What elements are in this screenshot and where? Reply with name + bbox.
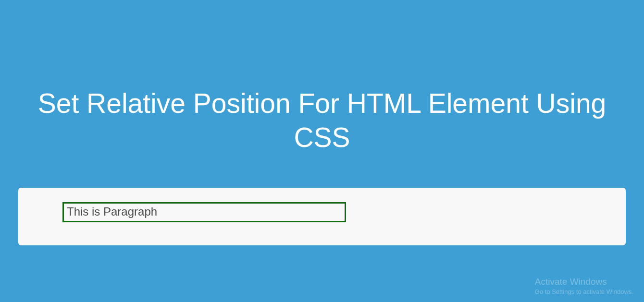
- content-card: This is Paragraph: [18, 188, 626, 245]
- paragraph-text: This is Paragraph: [67, 205, 157, 218]
- watermark-subtitle: Go to Settings to activate Windows.: [535, 288, 633, 295]
- paragraph-box: This is Paragraph: [62, 202, 346, 222]
- watermark-title: Activate Windows: [535, 277, 633, 287]
- windows-activation-watermark: Activate Windows Go to Settings to activ…: [535, 277, 633, 295]
- page-heading: Set Relative Position For HTML Element U…: [0, 0, 644, 155]
